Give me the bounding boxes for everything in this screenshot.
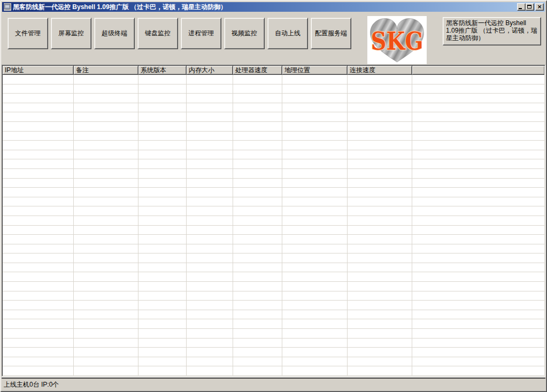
table-cell xyxy=(282,339,348,348)
toolbar-button-config-server[interactable]: 配置服务端 xyxy=(311,18,351,49)
table-row xyxy=(3,122,544,132)
table-row xyxy=(3,132,544,141)
table-cell xyxy=(412,226,544,235)
table-cell xyxy=(138,84,187,94)
toolbar-button-video-monitor[interactable]: 视频监控 xyxy=(224,18,265,49)
table-cell xyxy=(282,282,348,291)
table-cell xyxy=(233,206,282,216)
table-cell xyxy=(282,216,348,225)
table-cell xyxy=(233,357,282,366)
table-cell xyxy=(348,216,412,225)
column-header-cpu-speed[interactable]: 处理器速度 xyxy=(233,66,282,75)
table-cell xyxy=(187,206,233,216)
table-cell xyxy=(74,197,138,206)
table-row xyxy=(3,112,544,122)
host-list-body[interactable] xyxy=(3,75,544,375)
table-cell xyxy=(3,216,74,225)
table-cell xyxy=(233,75,282,84)
table-cell xyxy=(348,132,412,141)
table-cell xyxy=(412,84,544,94)
table-cell xyxy=(348,206,412,216)
table-cell xyxy=(187,179,233,188)
table-cell xyxy=(282,263,348,272)
table-cell xyxy=(233,226,282,235)
minimize-button[interactable] xyxy=(517,3,526,11)
table-cell xyxy=(138,339,187,348)
table-cell xyxy=(74,339,138,348)
table-cell xyxy=(74,244,138,253)
table-row xyxy=(3,103,544,113)
table-cell xyxy=(233,141,282,150)
table-cell xyxy=(282,112,348,121)
app-icon[interactable] xyxy=(4,3,11,11)
close-button[interactable]: × xyxy=(535,3,544,11)
column-header-blank[interactable] xyxy=(412,66,544,75)
table-cell xyxy=(348,159,412,168)
column-header-location[interactable]: 地理位置 xyxy=(282,66,348,75)
table-cell xyxy=(74,169,138,178)
table-cell xyxy=(282,272,348,281)
table-cell xyxy=(187,253,233,263)
table-cell xyxy=(138,301,187,310)
table-cell xyxy=(138,188,187,197)
table-cell xyxy=(233,179,282,188)
table-cell xyxy=(3,272,74,281)
table-cell xyxy=(187,348,233,357)
table-cell xyxy=(233,235,282,244)
table-cell xyxy=(74,112,138,121)
table-row xyxy=(3,84,544,94)
table-cell xyxy=(3,75,74,84)
table-cell xyxy=(3,188,74,197)
table-cell xyxy=(187,226,233,235)
table-cell xyxy=(74,357,138,366)
table-cell xyxy=(233,159,282,168)
table-cell xyxy=(138,94,187,103)
table-cell xyxy=(3,103,74,112)
table-cell xyxy=(3,253,74,263)
table-cell xyxy=(282,366,348,375)
toolbar-button-process-manager[interactable]: 进程管理 xyxy=(181,18,221,49)
column-header-ip[interactable]: IP地址 xyxy=(3,66,74,75)
toolbar-button-super-terminal[interactable]: 超级终端 xyxy=(94,18,135,49)
table-cell xyxy=(187,169,233,178)
table-cell xyxy=(348,319,412,328)
table-cell xyxy=(3,339,74,348)
table-cell xyxy=(233,244,282,253)
info-panel[interactable]: 黑客防线新一代远控 Byshell 1.09推广版 （过卡巴，诺顿，瑞星主动防御… xyxy=(443,17,541,45)
table-cell xyxy=(412,112,544,121)
table-row xyxy=(3,197,544,207)
table-cell xyxy=(74,150,138,159)
toolbar-button-auto-online[interactable]: 自动上线 xyxy=(267,18,308,49)
table-row xyxy=(3,94,544,103)
table-cell xyxy=(282,141,348,150)
app-window: 黑客防线新一代远控 Byshell 1.09推广版 （过卡巴，诺顿，瑞星主动防御… xyxy=(0,0,547,392)
table-cell xyxy=(187,301,233,310)
table-cell xyxy=(282,179,348,188)
host-list[interactable]: IP地址 备注 系统版本 内存大小 处理器速度 地理位置 连接速度 xyxy=(2,65,545,376)
column-header-conn-speed[interactable]: 连接速度 xyxy=(348,66,412,75)
table-cell xyxy=(138,216,187,225)
column-header-remark[interactable]: 备注 xyxy=(74,66,138,75)
table-cell xyxy=(74,253,138,263)
toolbar-button-screen-monitor[interactable]: 屏幕监控 xyxy=(51,18,91,49)
table-cell xyxy=(138,179,187,188)
table-row xyxy=(3,357,544,367)
status-divider xyxy=(2,377,545,379)
titlebar[interactable]: 黑客防线新一代远控 Byshell 1.09推广版 （过卡巴，诺顿，瑞星主动防御… xyxy=(2,2,545,12)
table-cell xyxy=(138,329,187,338)
table-cell xyxy=(348,339,412,348)
table-cell xyxy=(233,132,282,141)
toolbar-button-keyboard-monitor[interactable]: 键盘监控 xyxy=(137,18,178,49)
table-cell xyxy=(138,244,187,253)
toolbar-button-file-manager[interactable]: 文件管理 xyxy=(7,18,48,49)
table-cell xyxy=(187,188,233,197)
table-cell xyxy=(412,244,544,253)
table-row xyxy=(3,310,544,320)
table-row xyxy=(3,226,544,235)
column-header-os[interactable]: 系统版本 xyxy=(138,66,187,75)
maximize-button[interactable] xyxy=(526,3,534,11)
table-cell xyxy=(233,366,282,375)
column-header-memory[interactable]: 内存大小 xyxy=(187,66,233,75)
table-cell xyxy=(233,339,282,348)
table-cell xyxy=(74,94,138,103)
